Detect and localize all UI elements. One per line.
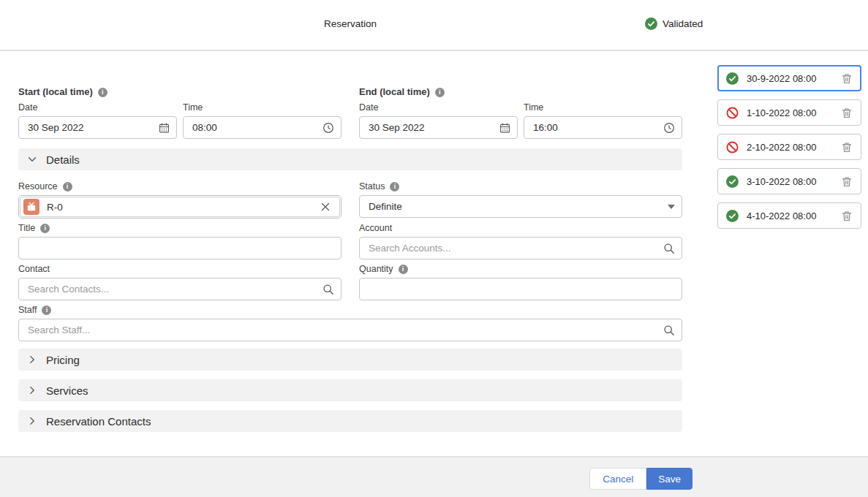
section-services[interactable]: Services [18,379,682,401]
occurrence-item[interactable]: 1-10-2022 08:00 [717,99,861,126]
title-input[interactable] [18,237,341,259]
search-icon [663,243,675,254]
valid-icon [726,72,739,85]
start-time-input[interactable] [183,116,341,139]
occurrence-item[interactable]: 2-10-2022 08:00 [717,134,861,160]
info-icon[interactable] [435,88,445,97]
section-pricing[interactable]: Pricing [18,349,682,371]
validated-check-icon [645,18,657,30]
info-icon[interactable] [40,224,50,233]
trash-icon[interactable] [840,72,853,86]
resource-label: Resource [18,181,341,192]
reservation-dialog: Reservation Validated Start (local time)… [0,0,868,497]
info-icon[interactable] [399,265,408,274]
account-label: Account [359,223,682,234]
clear-icon[interactable] [319,200,332,213]
dialog-footer: Cancel Save [0,456,868,497]
chevron-down-icon [27,154,37,164]
info-icon[interactable] [98,88,107,97]
section-pricing-title: Pricing [46,354,80,366]
validated-label: Validated [663,18,703,29]
dropdown-caret-icon [668,205,675,209]
validation-status-badge: Validated [645,18,703,30]
calendar-icon[interactable] [159,122,170,133]
occurrence-label: 3-10-2022 08:00 [747,176,840,187]
status-select[interactable]: Definite [359,195,682,218]
search-icon [322,284,334,295]
end-time-label: Time [524,102,682,113]
trash-icon[interactable] [840,106,853,120]
status-value: Definite [369,201,402,212]
contact-search-input[interactable] [18,278,341,300]
occurrence-label: 1-10-2022 08:00 [747,107,840,118]
clock-icon[interactable] [322,122,334,134]
search-icon [663,325,675,336]
section-services-title: Services [46,384,88,397]
chevron-right-icon [27,385,37,395]
start-group: Start (local time) Date Ti [18,86,341,139]
section-reservation-contacts-title: Reservation Contacts [46,415,151,428]
occurrence-label: 4-10-2022 08:00 [747,210,840,221]
quantity-input[interactable] [359,278,682,300]
calendar-icon[interactable] [499,122,510,133]
end-group: End (local time) Date Time [359,86,682,139]
end-time-input[interactable] [524,116,682,139]
reservation-form: Start (local time) Date Ti [18,86,682,432]
dialog-header: Reservation Validated [0,0,868,51]
occurrence-item[interactable]: 4-10-2022 08:00 [717,202,861,229]
title-label: Title [18,223,341,234]
staff-search-input[interactable] [18,319,682,341]
start-date-label: Date [18,102,177,113]
end-label: End (local time) [359,86,682,98]
cancel-button[interactable]: Cancel [589,468,646,490]
start-date-input[interactable] [18,116,177,139]
quantity-label: Quantity [359,264,682,275]
resource-tv-icon [23,199,39,215]
chevron-right-icon [27,354,37,365]
section-details[interactable]: Details [18,148,682,170]
start-time-label: Time [183,102,341,113]
end-date-input[interactable] [359,116,518,139]
clock-icon[interactable] [663,122,675,134]
account-search-input[interactable] [359,237,682,259]
section-reservation-contacts[interactable]: Reservation Contacts [18,410,682,432]
invalid-icon [726,107,739,119]
invalid-icon [726,141,739,153]
trash-icon[interactable] [840,209,853,223]
contact-label: Contact [18,264,341,275]
trash-icon[interactable] [840,175,853,189]
section-details-title: Details [46,153,80,166]
occurrence-label: 2-10-2022 08:00 [747,142,840,153]
datetime-section: Start (local time) Date Ti [18,86,682,139]
chevron-right-icon [27,416,37,426]
occurrence-item[interactable]: 30-9-2022 08:00 [717,65,861,91]
occurrence-item[interactable]: 3-10-2022 08:00 [717,168,861,194]
valid-icon [726,175,739,188]
occurrence-label: 30-9-2022 08:00 [747,73,840,84]
staff-label: Staff [18,305,682,316]
valid-icon [726,210,739,222]
details-fields: Resource R-0 [18,181,682,341]
resource-field[interactable]: R-0 [18,195,341,219]
page-title: Reservation [324,18,377,29]
end-date-label: Date [359,102,518,113]
info-icon[interactable] [42,306,51,315]
occurrence-list: 30-9-2022 08:00 1-10-2022 08:00 [717,65,861,237]
status-label: Status [359,181,682,192]
trash-icon[interactable] [840,140,853,154]
info-icon[interactable] [63,182,72,191]
save-button[interactable]: Save [646,468,692,490]
start-label: Start (local time) [18,86,341,98]
info-icon[interactable] [390,182,399,191]
resource-value: R-0 [47,202,319,213]
